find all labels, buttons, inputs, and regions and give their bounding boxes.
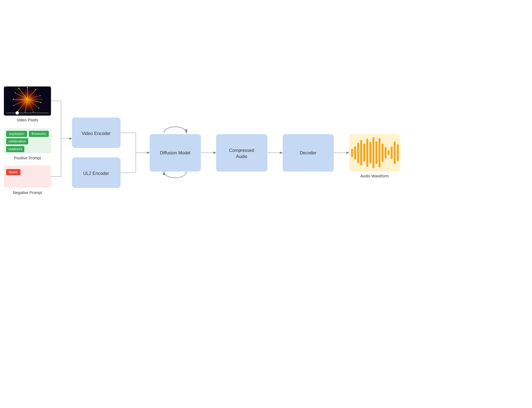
svg-rect-55 <box>363 144 365 162</box>
video-encoder-box <box>72 118 121 148</box>
svg-rect-54 <box>360 140 362 165</box>
svg-point-28 <box>15 92 16 93</box>
negative-prompt-box <box>4 165 51 188</box>
svg-text:music: music <box>9 170 18 174</box>
svg-line-18 <box>12 99 27 101</box>
svg-rect-34 <box>29 131 49 137</box>
svg-rect-56 <box>366 139 368 167</box>
svg-rect-40 <box>6 169 21 175</box>
svg-rect-61 <box>382 144 383 162</box>
svg-line-13 <box>15 93 27 99</box>
svg-point-31 <box>16 111 19 115</box>
svg-point-23 <box>38 108 39 109</box>
svg-rect-62 <box>385 147 387 159</box>
svg-point-26 <box>13 105 14 106</box>
svg-point-27 <box>13 99 14 100</box>
svg-line-10 <box>18 99 27 111</box>
ul2-encoder-box <box>72 157 121 188</box>
svg-point-21 <box>40 95 41 96</box>
svg-text:celebration: celebration <box>8 139 26 143</box>
svg-line-9 <box>25 99 27 113</box>
compressed-audio-label-line2: Audio <box>236 154 247 159</box>
svg-line-8 <box>27 99 33 112</box>
svg-text:explosion: explosion <box>9 132 24 136</box>
svg-point-2 <box>16 88 39 111</box>
svg-line-4 <box>27 90 36 99</box>
audio-waveform-label: Audio Waveform <box>360 174 389 178</box>
svg-rect-60 <box>378 138 380 167</box>
ul2-encoder-label: UL2 Encoder <box>83 171 109 176</box>
svg-text:outdoors: outdoors <box>8 147 22 151</box>
svg-point-29 <box>18 88 19 89</box>
diagram-svg: Video Pixels explosion fireworks celebra… <box>0 0 532 408</box>
svg-line-7 <box>27 99 39 108</box>
compressed-audio-label-line1: Compressed <box>229 148 254 153</box>
compressed-audio-box <box>216 134 267 172</box>
svg-rect-38 <box>6 146 24 152</box>
svg-line-6 <box>27 99 41 103</box>
positive-prompt-box <box>4 128 51 153</box>
page: Video Pixels explosion fireworks celebra… <box>0 0 532 408</box>
svg-rect-58 <box>372 137 374 168</box>
diffusion-model-box <box>150 134 201 172</box>
audio-waveform-box <box>349 134 400 172</box>
svg-rect-1 <box>4 86 51 116</box>
positive-prompt-label: Positive Prompt <box>14 156 41 160</box>
svg-line-5 <box>27 96 40 99</box>
svg-rect-52 <box>354 146 356 160</box>
svg-line-17 <box>14 88 27 99</box>
decoder-label: Decoder <box>300 151 317 155</box>
svg-point-19 <box>27 87 28 88</box>
negative-prompt-label: Negative Prompt <box>13 190 42 195</box>
svg-rect-66 <box>397 144 399 161</box>
diffusion-model-label: Diffusion Model <box>160 151 190 155</box>
svg-point-20 <box>35 89 36 90</box>
svg-rect-59 <box>375 141 377 164</box>
svg-line-14 <box>19 88 27 99</box>
svg-rect-0 <box>4 86 51 116</box>
svg-point-25 <box>17 110 19 111</box>
svg-rect-51 <box>351 149 353 157</box>
svg-rect-57 <box>369 142 371 164</box>
svg-rect-30 <box>6 113 49 113</box>
svg-rect-64 <box>391 146 393 159</box>
svg-line-15 <box>27 88 38 99</box>
video-encoder-label: Video Encoder <box>82 131 111 136</box>
svg-rect-65 <box>394 141 396 164</box>
svg-rect-53 <box>357 143 359 163</box>
svg-point-22 <box>40 102 42 103</box>
video-pixels-group <box>4 86 51 116</box>
decoder-box <box>283 134 334 172</box>
svg-line-11 <box>14 99 27 105</box>
svg-rect-63 <box>388 150 390 155</box>
video-pixels-label: Video Pixels <box>17 118 38 122</box>
svg-point-24 <box>33 111 34 113</box>
svg-rect-36 <box>6 138 28 144</box>
svg-text:fireworks: fireworks <box>32 132 46 136</box>
svg-rect-32 <box>6 131 27 137</box>
